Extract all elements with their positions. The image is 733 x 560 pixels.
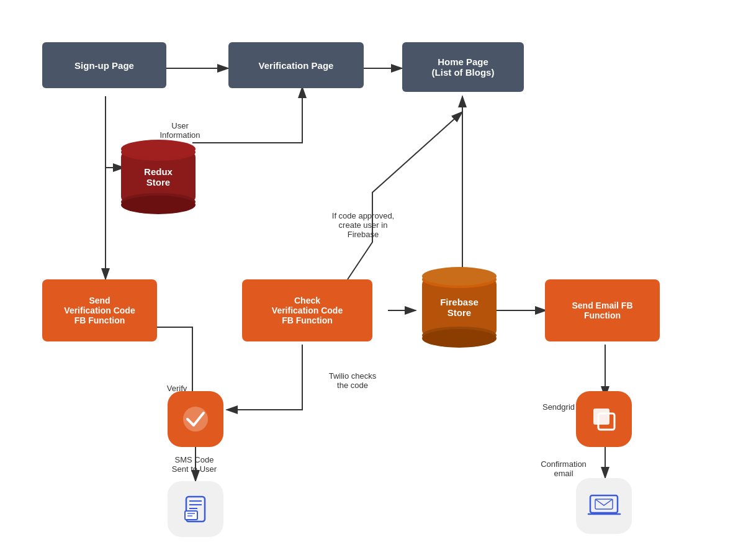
if-code-approved-label: If code approved, create user in Firebas… — [320, 211, 407, 239]
home-page-box: Home Page (List of Blogs) — [402, 42, 524, 92]
signup-page-label: Sign-up Page — [74, 60, 134, 71]
check-verification-box: Check Verification Code FB Function — [242, 279, 372, 341]
send-email-label: Send Email FB Function — [572, 300, 632, 320]
firebase-store-label: Firebase Store — [440, 297, 479, 318]
verification-page-label: Verification Page — [259, 60, 334, 71]
send-verification-label: Send Verification Code FB Function — [64, 296, 135, 325]
sms-icon — [168, 481, 223, 537]
svg-rect-15 — [185, 511, 197, 520]
user-information-label: User Information — [149, 121, 211, 140]
sendgrid-logo-icon — [588, 404, 619, 435]
verify-icon — [168, 391, 223, 447]
home-page-label: Home Page (List of Blogs) — [432, 56, 495, 78]
phone-icon — [180, 494, 211, 525]
send-verification-box: Send Verification Code FB Function — [42, 279, 157, 341]
confirmation-email-label: Confirmation email — [526, 459, 601, 478]
check-verification-label: Check Verification Code FB Function — [272, 296, 343, 325]
redux-store-cylinder: Redux Store — [121, 140, 196, 214]
svg-rect-18 — [593, 409, 609, 425]
svg-rect-20 — [590, 495, 618, 513]
checkmark-icon — [180, 404, 211, 435]
laptop-email-icon — [587, 490, 621, 522]
redux-store-label: Redux Store — [144, 166, 173, 187]
verification-page-box: Verification Page — [228, 42, 364, 88]
twilio-checks-label: Twilio checks the code — [315, 371, 390, 390]
sendgrid-icon — [576, 391, 632, 447]
sms-code-label: SMS Code Sent to User — [154, 455, 235, 474]
email-icon — [576, 478, 632, 534]
signup-page-box: Sign-up Page — [42, 42, 166, 88]
diagram: Sign-up Page Verification Page Home Page… — [0, 0, 733, 560]
send-email-box: Send Email FB Function — [545, 279, 660, 341]
firebase-store-cylinder: Firebase Store — [422, 267, 497, 348]
